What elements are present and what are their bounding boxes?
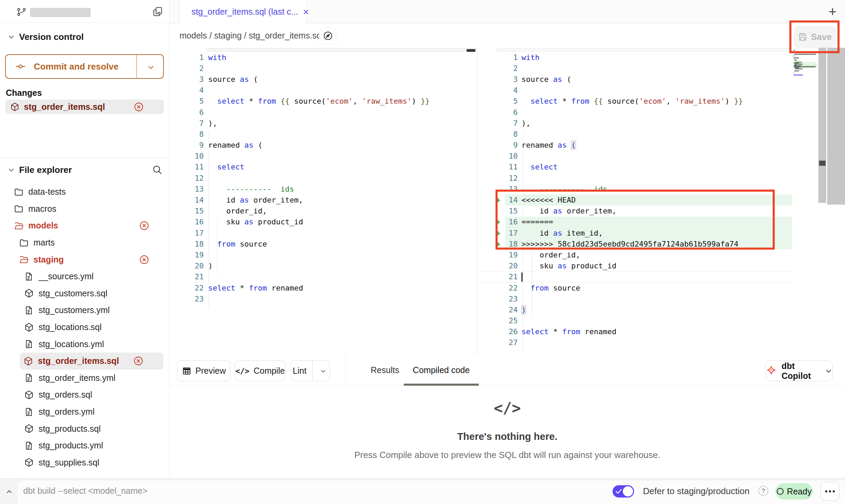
line-number: 17 xyxy=(170,229,204,237)
tab-stg-order-items[interactable]: stg_order_items.sql (last c... × xyxy=(180,0,306,24)
horizontal-scrollbar[interactable] xyxy=(497,48,791,51)
code-line: 15 id as order_item, xyxy=(478,206,792,217)
file-row-stg-locations-sql[interactable]: stg_locations.sql xyxy=(0,319,169,336)
code-line: 1with xyxy=(478,52,792,63)
file-name: models xyxy=(28,221,58,231)
minimap[interactable] xyxy=(793,50,817,91)
editor-tab-bar: stg_order_items.sql (last c... × + xyxy=(170,0,845,24)
file-row-stg-customers-sql[interactable]: stg_customers.sql xyxy=(0,285,169,302)
collapse-chevron-icon[interactable] xyxy=(5,487,14,496)
copilot-dropdown-chevron[interactable] xyxy=(825,367,832,375)
file-row-stg-order-items-sql[interactable]: stg_order_items.sql xyxy=(20,353,163,370)
code-line: 8 xyxy=(478,129,792,139)
more-options-button[interactable] xyxy=(820,482,840,501)
tab-compiled-code[interactable]: Compiled code xyxy=(404,355,479,385)
file-row-macros[interactable]: macros xyxy=(0,201,169,218)
discard-change-icon[interactable] xyxy=(139,254,149,265)
breadcrumb: models / staging / stg_order_items.sql xyxy=(180,31,323,41)
file-row-staging[interactable]: staging xyxy=(0,251,169,268)
vertical-scrollbar[interactable] xyxy=(818,48,826,203)
line-number: 3 xyxy=(505,75,518,84)
file-name: stg_orders.yml xyxy=(39,407,95,417)
file-row-stg-supplies-sql[interactable]: stg_supplies.sql xyxy=(0,454,169,471)
dbt-copilot-button[interactable]: dbt Copilot xyxy=(765,360,833,381)
dbt-command-input[interactable] xyxy=(23,483,535,498)
commit-dropdown-chevron[interactable] xyxy=(147,63,155,71)
new-tab-button[interactable]: + xyxy=(829,4,836,19)
file-row-stg-products-yml[interactable]: stg_products.yml xyxy=(0,437,169,454)
line-number: 3 xyxy=(170,75,204,84)
overview-scrollbar[interactable] xyxy=(827,48,845,205)
line-number: 24 xyxy=(505,306,518,314)
preview-label: Preview xyxy=(196,366,226,376)
lint-dropdown-chevron[interactable] xyxy=(317,368,330,374)
line-number: 11 xyxy=(170,163,204,171)
line-number: 8 xyxy=(170,130,204,138)
file-name: stg_supplies.sql xyxy=(39,458,99,468)
file-row--sources-yml[interactable]: __sources.yml xyxy=(0,268,169,285)
code-line: 24) xyxy=(478,304,792,315)
close-tab-icon[interactable]: × xyxy=(303,7,309,17)
line-number: 5 xyxy=(170,97,204,105)
line-number: 12 xyxy=(170,174,204,182)
lint-button[interactable]: Lint xyxy=(291,360,330,381)
changed-file-name: stg_order_items.sql xyxy=(24,102,105,112)
file-row-stg-products-sql[interactable]: stg_products.sql xyxy=(0,420,169,437)
scrollbar-thumb[interactable] xyxy=(819,161,826,166)
file-name: stg_locations.sql xyxy=(39,322,102,332)
discard-change-icon[interactable] xyxy=(133,356,144,366)
pane-divider[interactable] xyxy=(477,48,477,355)
help-icon[interactable]: ? xyxy=(758,486,768,496)
save-button[interactable]: Save xyxy=(794,26,835,47)
tab-results[interactable]: Results xyxy=(366,355,404,385)
file-row-data-tests[interactable]: data-tests xyxy=(0,183,169,201)
compile-button[interactable]: </> Compile xyxy=(235,360,285,381)
defer-toggle[interactable] xyxy=(613,485,634,498)
horizontal-scrollbar[interactable] xyxy=(206,48,477,51)
line-number: 4 xyxy=(170,86,204,94)
line-number: 23 xyxy=(170,295,204,303)
search-icon[interactable] xyxy=(152,164,163,176)
line-number: 18 xyxy=(505,240,518,248)
branch-name-placeholder[interactable] xyxy=(30,8,91,17)
model-icon xyxy=(24,390,34,400)
file-row-marts[interactable]: marts xyxy=(0,234,169,251)
scrollbar-thumb[interactable] xyxy=(467,49,475,52)
file-name: stg_orders.sql xyxy=(39,390,92,400)
line-number: 9 xyxy=(170,141,204,149)
code-pane-merged[interactable]: 1with23source as (45 select * from {{ so… xyxy=(478,48,792,355)
code-line: 1with xyxy=(170,52,477,63)
file-explorer-header[interactable]: File explorer xyxy=(0,162,169,178)
copy-files-icon[interactable] xyxy=(152,6,163,17)
empty-state-subtitle: Press Compile above to preview the SQL d… xyxy=(170,450,845,460)
folder-icon xyxy=(14,204,24,214)
changed-file-row[interactable]: stg_order_items.sql xyxy=(5,100,164,114)
model-icon xyxy=(23,356,33,366)
discard-change-icon[interactable] xyxy=(133,102,144,112)
line-number: 12 xyxy=(505,174,518,182)
file-row-stg-orders-yml[interactable]: stg_orders.yml xyxy=(0,403,169,420)
sidebar-top-row xyxy=(0,0,169,23)
bottom-toolbar: Preview </> Compile Lint Results Compile… xyxy=(170,355,845,386)
code-line: 8 xyxy=(170,129,477,139)
line-number: 20 xyxy=(505,262,518,270)
discard-change-icon[interactable] xyxy=(139,220,149,231)
code-line: 16 sku as product_id xyxy=(170,217,477,227)
file-row-stg-customers-yml[interactable]: stg_customers.yml xyxy=(0,302,169,319)
line-number: 13 xyxy=(505,185,518,193)
lineage-compass-button[interactable] xyxy=(319,28,337,44)
preview-button[interactable]: Preview xyxy=(177,360,230,381)
file-row-models[interactable]: models xyxy=(0,217,169,234)
line-number: 20 xyxy=(170,262,204,270)
file-row-stg-orders-sql[interactable]: stg_orders.sql xyxy=(0,386,169,403)
file-row-stg-order-items-yml[interactable]: stg_order_items.yml xyxy=(0,370,169,387)
diff-add-marker: + xyxy=(478,218,505,226)
code-pane-original[interactable]: 1with23source as (45 select * from {{ so… xyxy=(170,48,477,355)
doc-icon xyxy=(24,306,34,315)
file-row-stg-locations-yml[interactable]: stg_locations.yml xyxy=(0,336,169,353)
version-control-header[interactable]: Version control 1 xyxy=(0,29,169,45)
line-number: 10 xyxy=(505,152,518,160)
dbt-copilot-logo-icon xyxy=(766,366,777,376)
file-explorer-title: File explorer xyxy=(19,165,72,175)
commit-and-resolve-button[interactable]: Commit and resolve xyxy=(5,54,164,79)
